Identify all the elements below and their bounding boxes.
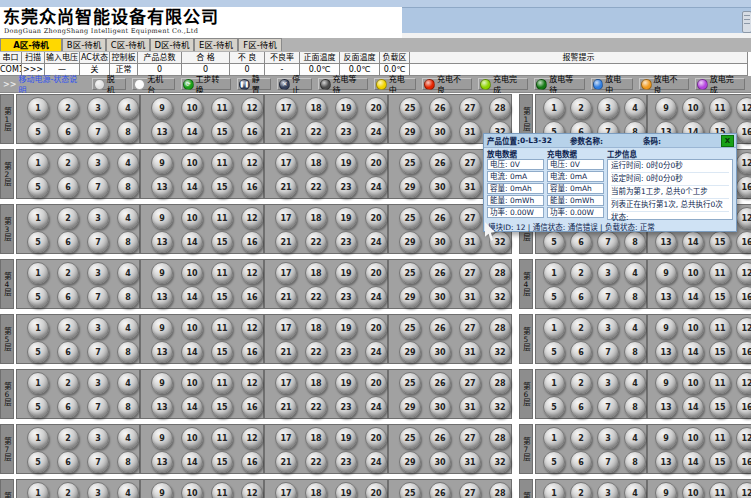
- battery-cell-19[interactable]: 19: [335, 317, 357, 339]
- battery-cell-12[interactable]: 12: [241, 207, 263, 229]
- battery-cell-31[interactable]: 31: [459, 341, 481, 363]
- battery-cell-10[interactable]: 10: [682, 317, 704, 339]
- battery-cell-32[interactable]: 32: [489, 286, 511, 308]
- battery-cell-26[interactable]: 26: [429, 207, 451, 229]
- battery-cell-3[interactable]: 3: [597, 482, 619, 498]
- battery-cell-13[interactable]: 13: [151, 231, 173, 253]
- battery-cell-10[interactable]: 10: [682, 372, 704, 394]
- battery-cell-16[interactable]: 16: [736, 121, 751, 143]
- battery-cell-4[interactable]: 4: [117, 262, 139, 284]
- battery-cell-28[interactable]: 28: [489, 97, 511, 119]
- battery-cell-9[interactable]: 9: [655, 372, 677, 394]
- battery-cell-30[interactable]: 30: [429, 121, 451, 143]
- battery-cell-10[interactable]: 10: [682, 482, 704, 498]
- battery-cell-7[interactable]: 7: [597, 286, 619, 308]
- battery-cell-26[interactable]: 26: [429, 317, 451, 339]
- battery-cell-14[interactable]: 14: [181, 231, 203, 253]
- battery-cell-7[interactable]: 7: [87, 286, 109, 308]
- battery-cell-6[interactable]: 6: [570, 396, 592, 418]
- battery-cell-4[interactable]: 4: [624, 427, 646, 449]
- battery-cell-16[interactable]: 16: [241, 341, 263, 363]
- battery-cell-6[interactable]: 6: [570, 231, 592, 253]
- battery-cell-22[interactable]: 22: [305, 341, 327, 363]
- battery-cell-21[interactable]: 21: [275, 121, 297, 143]
- battery-cell-4[interactable]: 4: [117, 207, 139, 229]
- battery-cell-9[interactable]: 9: [151, 317, 173, 339]
- battery-cell-6[interactable]: 6: [570, 341, 592, 363]
- battery-cell-7[interactable]: 7: [597, 396, 619, 418]
- battery-cell-17[interactable]: 17: [275, 152, 297, 174]
- battery-cell-14[interactable]: 14: [181, 396, 203, 418]
- tab-zone-B[interactable]: B区-待机: [62, 38, 106, 51]
- legend-link[interactable]: 移动电源-状态说明: [18, 73, 84, 95]
- battery-cell-5[interactable]: 5: [27, 396, 49, 418]
- battery-cell-13[interactable]: 13: [151, 396, 173, 418]
- battery-cell-30[interactable]: 30: [429, 286, 451, 308]
- battery-cell-17[interactable]: 17: [275, 207, 297, 229]
- battery-cell-26[interactable]: 26: [429, 482, 451, 498]
- battery-cell-10[interactable]: 10: [181, 207, 203, 229]
- battery-cell-17[interactable]: 17: [275, 372, 297, 394]
- battery-cell-12[interactable]: 12: [241, 152, 263, 174]
- battery-cell-12[interactable]: 12: [241, 372, 263, 394]
- battery-cell-11[interactable]: 11: [709, 317, 731, 339]
- battery-cell-9[interactable]: 9: [151, 372, 173, 394]
- battery-cell-30[interactable]: 30: [429, 231, 451, 253]
- battery-cell-26[interactable]: 26: [429, 262, 451, 284]
- battery-cell-6[interactable]: 6: [570, 286, 592, 308]
- battery-cell-16[interactable]: 16: [736, 396, 751, 418]
- tab-zone-F[interactable]: F区-待机: [238, 38, 282, 51]
- battery-cell-15[interactable]: 15: [211, 176, 233, 198]
- battery-cell-19[interactable]: 19: [335, 262, 357, 284]
- battery-cell-25[interactable]: 25: [399, 207, 421, 229]
- battery-cell-25[interactable]: 25: [399, 317, 421, 339]
- battery-cell-21[interactable]: 21: [275, 451, 297, 473]
- battery-cell-31[interactable]: 31: [459, 121, 481, 143]
- battery-cell-1[interactable]: 1: [27, 427, 49, 449]
- battery-cell-11[interactable]: 11: [709, 262, 731, 284]
- battery-cell-18[interactable]: 18: [305, 152, 327, 174]
- battery-cell-3[interactable]: 3: [87, 262, 109, 284]
- battery-cell-26[interactable]: 26: [429, 427, 451, 449]
- battery-cell-2[interactable]: 2: [57, 262, 79, 284]
- battery-cell-16[interactable]: 16: [736, 286, 751, 308]
- battery-cell-11[interactable]: 11: [709, 372, 731, 394]
- battery-cell-30[interactable]: 30: [429, 451, 451, 473]
- battery-cell-21[interactable]: 21: [275, 341, 297, 363]
- battery-cell-15[interactable]: 15: [211, 121, 233, 143]
- battery-cell-22[interactable]: 22: [305, 121, 327, 143]
- battery-cell-21[interactable]: 21: [275, 396, 297, 418]
- battery-cell-6[interactable]: 6: [57, 341, 79, 363]
- battery-cell-18[interactable]: 18: [305, 262, 327, 284]
- battery-cell-20[interactable]: 20: [365, 427, 387, 449]
- battery-cell-15[interactable]: 15: [211, 451, 233, 473]
- battery-cell-1[interactable]: 1: [27, 152, 49, 174]
- battery-cell-32[interactable]: 32: [489, 451, 511, 473]
- battery-cell-1[interactable]: 1: [543, 427, 565, 449]
- battery-cell-10[interactable]: 10: [181, 97, 203, 119]
- battery-cell-7[interactable]: 7: [87, 231, 109, 253]
- tab-zone-D[interactable]: D区-待机: [150, 38, 194, 51]
- battery-cell-1[interactable]: 1: [543, 262, 565, 284]
- battery-cell-27[interactable]: 27: [459, 97, 481, 119]
- battery-cell-6[interactable]: 6: [57, 451, 79, 473]
- tab-zone-C[interactable]: C区-待机: [106, 38, 150, 51]
- battery-cell-18[interactable]: 18: [305, 482, 327, 498]
- battery-cell-12[interactable]: 12: [736, 317, 751, 339]
- battery-cell-20[interactable]: 20: [365, 262, 387, 284]
- battery-cell-17[interactable]: 17: [275, 97, 297, 119]
- battery-cell-10[interactable]: 10: [181, 262, 203, 284]
- battery-cell-4[interactable]: 4: [624, 482, 646, 498]
- battery-cell-7[interactable]: 7: [87, 121, 109, 143]
- battery-cell-13[interactable]: 13: [655, 231, 677, 253]
- battery-cell-30[interactable]: 30: [429, 396, 451, 418]
- battery-cell-9[interactable]: 9: [655, 427, 677, 449]
- battery-cell-2[interactable]: 2: [57, 97, 79, 119]
- battery-cell-9[interactable]: 9: [655, 482, 677, 498]
- battery-cell-1[interactable]: 1: [543, 97, 565, 119]
- battery-cell-4[interactable]: 4: [117, 372, 139, 394]
- battery-cell-24[interactable]: 24: [365, 231, 387, 253]
- battery-cell-11[interactable]: 11: [709, 427, 731, 449]
- battery-cell-17[interactable]: 17: [275, 262, 297, 284]
- battery-cell-1[interactable]: 1: [27, 372, 49, 394]
